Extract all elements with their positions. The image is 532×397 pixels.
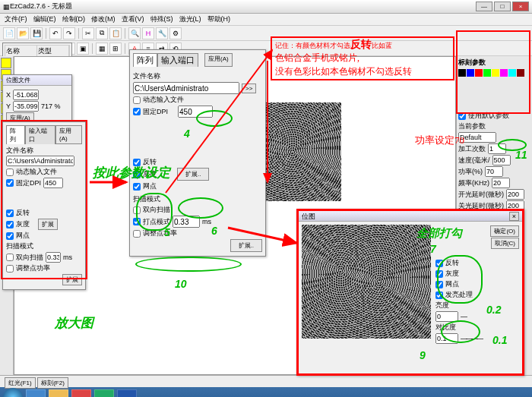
slider-bright[interactable]: — (461, 313, 466, 320)
task-word[interactable] (117, 389, 137, 397)
annot-n11: 11 (515, 149, 527, 161)
new-icon[interactable]: 📄 (3, 27, 15, 39)
open-icon[interactable]: 📂 (17, 27, 29, 39)
task-explorer[interactable] (49, 389, 68, 397)
bitmap-close-icon[interactable]: × (509, 212, 519, 221)
bitmap-dialog: 位图× 确定(O) 取消(C) 反转 灰度 网点 发亮处理 亮度 — 对比度 —… (296, 209, 524, 376)
grid-icon[interactable]: ⊞ (109, 43, 122, 55)
ring-dotmode (135, 257, 242, 272)
annot-n10: 10 (175, 278, 187, 290)
note-power: 功率设定70 (415, 134, 464, 147)
cb-fixdpi[interactable] (133, 108, 141, 115)
undo-icon[interactable]: ↶ (49, 27, 62, 39)
lbl-freq: 频率(KHz) (458, 178, 489, 188)
copy-icon[interactable]: ⧉ (96, 27, 108, 39)
cut-icon[interactable]: ✂ (82, 27, 94, 39)
lbl-fixdpi: 固定DPI (143, 107, 168, 117)
apply-btn[interactable]: 应用(A) (204, 53, 233, 67)
lbl-ysize: 717 % (41, 102, 61, 110)
cb-halftone[interactable] (133, 183, 141, 191)
fld-on[interactable] (506, 189, 524, 200)
annot-set-params: 按此参数设定 (93, 164, 170, 181)
lbl-dynamic: 动态输入文件 (143, 95, 184, 105)
ring-contrast (441, 320, 480, 343)
note-line3: 没有色彩比如本色钢材不勾选反转 (275, 65, 412, 78)
annot-checkall: 全部打勾 (416, 226, 462, 241)
menu-modify[interactable]: 修改(M) (91, 14, 116, 24)
bitmap-title: 位图 (302, 213, 315, 220)
ring-bmp-checks (437, 255, 483, 304)
annot-zoom: 放大图 (55, 314, 93, 332)
menu-edit[interactable]: 编辑(E) (33, 14, 56, 24)
cb-adjpower[interactable] (133, 230, 141, 238)
minimize-button[interactable]: — (476, 2, 492, 11)
tool-icon[interactable]: 🔧 (156, 27, 168, 39)
fld-ypos[interactable] (13, 101, 39, 112)
menu-help[interactable]: 帮助(H) (207, 14, 231, 24)
lbl-filename: 文件名称 (133, 71, 262, 81)
tab-array[interactable]: 阵列 (133, 53, 157, 67)
paste-icon[interactable]: 📋 (109, 27, 122, 39)
btn-extend2[interactable]: 扩展.. (230, 239, 262, 252)
task-ppt[interactable] (71, 389, 91, 397)
menu-laser[interactable]: 激光(L) (179, 14, 201, 24)
annot-v01: 0.1 (492, 334, 507, 346)
objlist-col-type[interactable]: 类型 (37, 46, 69, 57)
note-line1a: 记住：有颜色材料才勾选 (275, 42, 350, 49)
bitmap-preview (302, 225, 431, 339)
annot-n4: 4 (184, 128, 190, 140)
annot-v02: 0.2 (486, 304, 501, 316)
close-button[interactable]: × (512, 2, 529, 11)
lbl-brightness: 亮度 (435, 301, 449, 310)
annot-n5: 5 (164, 226, 170, 238)
ok-button[interactable]: 确定(O) (490, 225, 519, 237)
lbl-power: 功率(%) (458, 167, 483, 177)
ring-checks (136, 193, 173, 231)
fit-icon[interactable]: ▣ (77, 43, 89, 55)
fld-xpos[interactable] (13, 90, 39, 100)
lbl-y: Y (6, 102, 11, 110)
browse-button[interactable]: >> (242, 83, 256, 93)
status-bar: 红光(F1) 标刻(F2) (0, 375, 532, 387)
mark-button[interactable]: 标刻(F2) (37, 377, 68, 389)
app-icon: ▦ (3, 3, 10, 11)
objlist-col-name[interactable]: 名称 (5, 46, 37, 57)
menu-file[interactable]: 文件(F) (5, 14, 27, 24)
lbl-x: X (6, 91, 11, 99)
fld-freq[interactable] (492, 178, 510, 188)
note-line1b: 反转 (350, 38, 372, 50)
menu-draw[interactable]: 绘制(D) (62, 14, 86, 24)
ring-dpi (196, 110, 233, 127)
fld-path[interactable] (133, 82, 239, 94)
save-icon[interactable]: 💾 (30, 27, 43, 39)
lbl-current: 当前参数 (458, 121, 486, 131)
props-title: 位图文件 (3, 75, 71, 86)
task-ie[interactable] (26, 389, 46, 397)
cancel-button[interactable]: 取消(C) (491, 238, 519, 249)
hatch-icon[interactable]: H (142, 27, 154, 39)
task-excel[interactable] (94, 389, 114, 397)
shape-line[interactable] (1, 58, 11, 68)
maximize-button[interactable]: □ (494, 2, 511, 11)
taskbar (0, 387, 532, 397)
window-title: EzCad2.7.6 - 无标题 (10, 2, 476, 11)
lbl-halftone: 网点 (143, 181, 157, 191)
fld-speed[interactable] (492, 155, 511, 165)
menu-view[interactable]: 查看(V) (122, 14, 144, 24)
btn-extend1[interactable]: 扩展.. (177, 168, 209, 181)
snap-icon[interactable]: ▦ (96, 43, 108, 55)
lbl-on-delay: 开光延时(微秒) (458, 190, 504, 200)
tab-port[interactable]: 输入端口 (157, 53, 198, 67)
tool2-icon[interactable]: ⚙ (169, 27, 182, 39)
start-button[interactable] (3, 388, 23, 397)
lbl-speed: 速度(毫米/ (458, 156, 490, 165)
annot-redbox-left (1, 120, 87, 279)
zoom-icon[interactable]: 🔍 (128, 27, 141, 39)
annot-n7: 7 (430, 243, 436, 255)
fld-power[interactable] (485, 166, 503, 177)
annot-redbox-rightparams (456, 30, 530, 114)
cb-dynamic[interactable] (133, 96, 141, 104)
redo-icon[interactable]: ↷ (63, 27, 75, 39)
menu-special[interactable]: 特殊(S) (150, 14, 173, 24)
red-light-button[interactable]: 红光(F1) (5, 377, 36, 389)
